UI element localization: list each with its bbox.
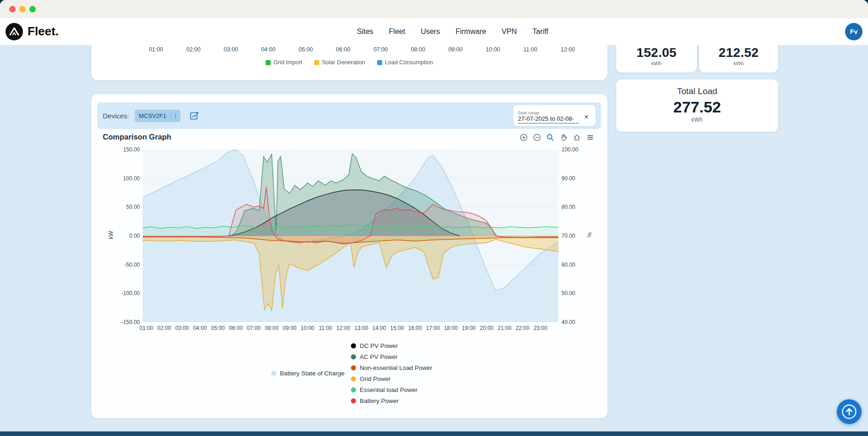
clear-date-button[interactable]: ×: [581, 111, 592, 122]
legend-item[interactable]: Grid Power: [351, 373, 432, 384]
nav-item-tariff[interactable]: Tariff: [533, 28, 548, 36]
legend-item[interactable]: AC PV Power: [351, 351, 432, 362]
nav-item-users[interactable]: Users: [421, 28, 440, 36]
x-tick: 05:00: [211, 325, 225, 331]
legend-label: Solar Generation: [322, 59, 366, 66]
left-axis-title: kW: [108, 231, 114, 239]
nav-item-fleet[interactable]: Fleet: [389, 28, 406, 36]
close-window-button[interactable]: [9, 6, 16, 12]
top-x-tick: 09:00: [448, 46, 462, 53]
app-window: Fleet. SitesFleetUsersFirmwareVPNTariff …: [0, 0, 868, 436]
chip-menu-icon[interactable]: ⋮: [171, 112, 180, 119]
right-y-tick: 90.00: [562, 175, 575, 182]
scroll-to-top-button[interactable]: [837, 399, 862, 424]
page-footer-strip: [0, 431, 868, 436]
pan-hand-icon[interactable]: [559, 133, 568, 142]
total-load-title: Total Load: [616, 86, 778, 96]
legend-label: Non-essential Load Power: [360, 364, 432, 371]
stat-value: 152.05: [616, 45, 697, 60]
top-legend-item[interactable]: Grid Import: [266, 59, 302, 66]
x-tick: 17:00: [426, 325, 440, 331]
legend-item[interactable]: DC PV Power: [351, 340, 432, 351]
top-legend-item[interactable]: Load Consumption: [377, 59, 433, 66]
stat-card-1: 152.05 kWh: [616, 45, 697, 73]
top-x-tick: 02:00: [186, 46, 200, 53]
fleet-logo-icon[interactable]: [6, 23, 23, 40]
left-y-tick: 100.00: [123, 175, 140, 182]
top-x-tick: 04:00: [261, 46, 275, 53]
comparison-graph-title: Comparison Graph: [103, 133, 171, 141]
device-control-bar: Devices: MCSV2F1 ⋮ Date range 27-07-2025…: [97, 102, 601, 129]
minimize-window-button[interactable]: [19, 6, 26, 12]
series-legend: DC PV PowerAC PV PowerNon-essential Load…: [351, 340, 432, 406]
x-tick: 20:00: [480, 325, 494, 331]
comparison-plot-area[interactable]: [143, 150, 558, 322]
legend-swatch-icon: [377, 60, 382, 65]
x-tick: 07:00: [247, 325, 261, 331]
x-tick: 21:00: [498, 325, 512, 331]
top-legend-item[interactable]: Solar Generation: [314, 59, 366, 66]
top-x-tick: 12:00: [561, 46, 575, 53]
x-tick: 22:00: [516, 325, 529, 331]
legend-dot-icon: [351, 376, 356, 381]
zoom-in-icon[interactable]: [519, 133, 528, 142]
devices-label: Devices:: [103, 112, 129, 120]
stat-unit: kWh: [616, 61, 697, 66]
total-load-unit: kWh: [616, 117, 778, 123]
device-chip[interactable]: MCSV2F1 ⋮: [135, 110, 180, 122]
legend-item[interactable]: Non-essential Load Power: [351, 362, 432, 373]
x-tick: 14:00: [372, 325, 386, 331]
nav-item-sites[interactable]: Sites: [357, 28, 373, 36]
top-x-tick: 08:00: [411, 46, 425, 53]
right-y-tick: 40.00: [562, 319, 575, 325]
date-range-box: Date range 27-07-2025 to 02-08- ×: [513, 105, 595, 126]
legend-swatch-icon: [314, 60, 319, 65]
zoom-out-icon[interactable]: [532, 133, 541, 142]
x-tick: 08:00: [265, 325, 278, 331]
left-y-tick: -100.00: [121, 290, 140, 296]
top-x-tick: 06:00: [336, 46, 350, 53]
x-tick: 23:00: [534, 325, 547, 331]
legend-label: Grid Power: [360, 375, 391, 382]
legend-label: Battery Power: [360, 397, 399, 404]
top-x-tick: 03:00: [224, 46, 238, 53]
legend-label: Grid Import: [273, 59, 302, 66]
date-range-input[interactable]: Date range 27-07-2025 to 02-08-: [518, 110, 579, 123]
legend-item[interactable]: Battery Power: [351, 395, 432, 406]
legend-dot-icon: [351, 398, 356, 403]
top-x-tick: 05:00: [299, 46, 313, 53]
nav-item-vpn[interactable]: VPN: [502, 28, 517, 36]
stat-value: 212.52: [699, 45, 778, 60]
total-load-value: 277.52: [616, 98, 778, 116]
x-tick: 15:00: [390, 325, 404, 331]
stat-card-2: 212.52 kWh: [699, 45, 778, 73]
page-content: 01:0002:0003:0004:0005:0006:0007:0008:00…: [0, 45, 868, 431]
zoom-window-button[interactable]: [29, 6, 36, 12]
chart-menu-icon[interactable]: [585, 133, 595, 142]
user-avatar[interactable]: Fv: [845, 23, 862, 40]
box-zoom-icon[interactable]: [545, 133, 555, 142]
x-tick: 04:00: [193, 325, 207, 331]
reset-axes-home-icon[interactable]: [572, 133, 581, 142]
legend-label: Essential load Power: [360, 386, 417, 393]
legend-dot-icon: [351, 343, 356, 348]
right-y-tick: 70.00: [562, 233, 575, 239]
add-device-to-graph-button[interactable]: [188, 109, 201, 123]
left-y-tick: 150.00: [123, 146, 140, 153]
right-y-tick: 100.00: [562, 146, 579, 153]
legend-dot-icon: [271, 371, 276, 376]
soc-legend-item[interactable]: Battery State of Charge: [271, 368, 345, 379]
legend-dot-icon: [351, 387, 356, 392]
legend-label: Load Consumption: [385, 59, 433, 66]
left-y-tick: 50.00: [126, 204, 140, 210]
nav-item-firmware[interactable]: Firmware: [456, 28, 486, 36]
top-x-tick: 07:00: [373, 46, 388, 53]
top-x-tick: 11:00: [523, 46, 537, 53]
right-y-tick: 80.00: [562, 204, 575, 210]
brand-title: Fleet.: [28, 24, 59, 39]
legend-item[interactable]: Essential load Power: [351, 384, 432, 395]
right-y-tick: 60.00: [562, 262, 575, 268]
x-tick: 06:00: [229, 325, 243, 331]
date-range-value: 27-07-2025 to 02-08-: [518, 115, 579, 123]
legend-item[interactable]: Battery State of Charge: [271, 368, 345, 379]
